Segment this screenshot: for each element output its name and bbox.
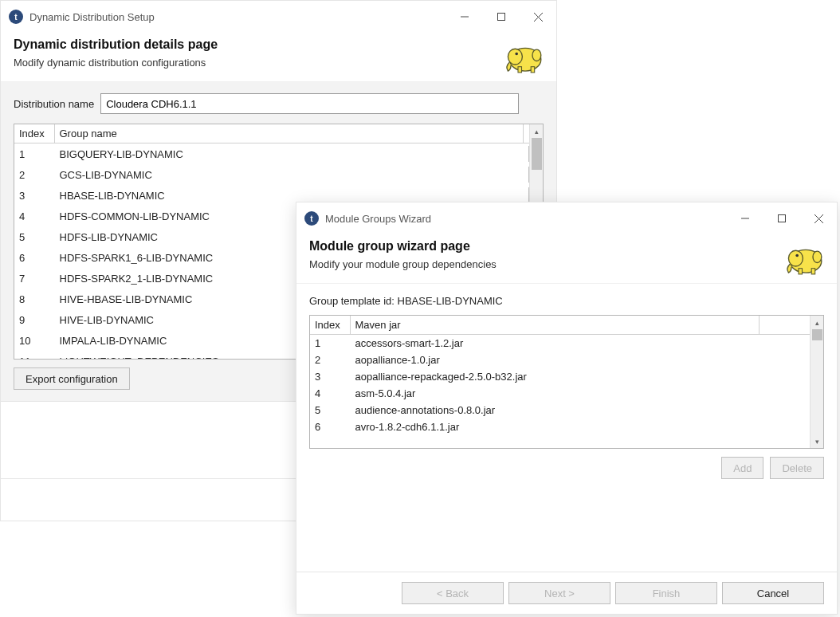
- add-button[interactable]: Add: [721, 457, 763, 479]
- table-row[interactable]: 3aopalliance-repackaged-2.5.0-b32.jar: [310, 368, 823, 385]
- jars-table: Index Maven jar 1accessors-smart-1.2.jar…: [309, 315, 824, 449]
- titlebar: t Module Groups Wizard: [296, 202, 837, 234]
- distribution-name-input[interactable]: [100, 93, 519, 114]
- titlebar: t Dynamic Distribution Setup: [1, 1, 556, 33]
- col-header-index[interactable]: Index: [14, 124, 54, 143]
- cell-group-name: BIGQUERY-LIB-DYNAMIC: [54, 143, 524, 165]
- window-title: Module Groups Wizard: [325, 213, 727, 225]
- cancel-button[interactable]: Cancel: [722, 582, 824, 604]
- svg-rect-11: [779, 215, 786, 222]
- col-header-group[interactable]: Group name: [54, 124, 524, 143]
- cell-jar-name: avro-1.8.2-cdh6.1.1.jar: [350, 419, 760, 435]
- close-button[interactable]: [800, 206, 837, 231]
- table-row[interactable]: 2aopalliance-1.0.jar: [310, 352, 823, 368]
- cell-index: 2: [14, 164, 54, 185]
- table-row[interactable]: 6avro-1.8.2-cdh6.1.1.jar: [310, 419, 823, 435]
- scroll-thumb[interactable]: [812, 329, 822, 340]
- cell-index: 5: [14, 226, 54, 247]
- cell-index: 4: [310, 385, 350, 402]
- distribution-name-label: Distribution name: [14, 98, 94, 110]
- minimize-button[interactable]: [727, 206, 763, 231]
- minimize-button[interactable]: [446, 4, 483, 29]
- cell-jar-name: asm-5.0.4.jar: [350, 385, 760, 402]
- maximize-button[interactable]: [483, 4, 520, 29]
- scroll-thumb[interactable]: [532, 138, 542, 170]
- window-title: Dynamic Distribution Setup: [29, 11, 446, 23]
- cell-index: 9: [14, 309, 54, 330]
- app-icon: t: [9, 10, 23, 24]
- col-header-index[interactable]: Index: [310, 316, 350, 335]
- table-row[interactable]: 5audience-annotations-0.8.0.jar: [310, 402, 823, 419]
- cell-index: 11: [14, 351, 54, 359]
- cell-index: 2: [310, 352, 350, 368]
- back-button[interactable]: < Back: [402, 582, 504, 604]
- cell-index: 5: [310, 402, 350, 419]
- app-icon: t: [304, 211, 319, 226]
- table-row[interactable]: 1BIGQUERY-LIB-DYNAMIC…: [14, 143, 543, 165]
- cell-index: 1: [14, 143, 54, 165]
- wizard-footer: < Back Next > Finish Cancel: [296, 572, 837, 614]
- cell-index: 3: [310, 368, 350, 385]
- page-subtitle: Modify dynamic distribution configuratio…: [14, 57, 544, 69]
- table-row[interactable]: 2GCS-LIB-DYNAMIC…: [14, 164, 543, 185]
- cell-jar-name: aopalliance-1.0.jar: [350, 352, 760, 368]
- delete-button[interactable]: Delete: [770, 457, 824, 479]
- next-button[interactable]: Next >: [508, 582, 610, 604]
- cell-index: 7: [14, 268, 54, 289]
- cell-group-name: GCS-LIB-DYNAMIC: [54, 164, 524, 185]
- col-header-jar[interactable]: Maven jar: [350, 316, 760, 335]
- cell-jar-name: audience-annotations-0.8.0.jar: [350, 402, 760, 419]
- svg-rect-7: [498, 14, 505, 21]
- page-header: Dynamic distribution details page Modify…: [1, 33, 556, 82]
- close-button[interactable]: [520, 4, 556, 29]
- page-title: Dynamic distribution details page: [14, 37, 544, 52]
- table-row[interactable]: 1accessors-smart-1.2.jar: [310, 335, 823, 352]
- table-row[interactable]: 4asm-5.0.4.jar: [310, 385, 823, 402]
- scroll-up-icon[interactable]: ▴: [530, 124, 544, 138]
- hadoop-elephant-icon: [784, 242, 827, 276]
- group-template-id-label: Group template id: HBASE-LIB-DYNAMIC: [309, 295, 824, 307]
- cell-jar-name: aopalliance-repackaged-2.5.0-b32.jar: [350, 368, 760, 385]
- module-groups-wizard-window: t Module Groups Wizard Module group wiza…: [296, 202, 838, 615]
- cell-index: 3: [14, 185, 54, 206]
- finish-button[interactable]: Finish: [615, 582, 717, 604]
- cell-index: 1: [310, 335, 350, 352]
- cell-index: 6: [14, 247, 54, 268]
- cell-index: 6: [310, 419, 350, 435]
- hadoop-elephant-icon: [504, 41, 547, 74]
- scroll-up-icon[interactable]: ▴: [811, 316, 824, 329]
- main-content: Group template id: HBASE-LIB-DYNAMIC Ind…: [296, 284, 837, 490]
- maximize-button[interactable]: [763, 206, 800, 231]
- cell-index: 10: [14, 330, 54, 351]
- export-config-button[interactable]: Export configuration: [14, 367, 130, 390]
- cell-index: 4: [14, 206, 54, 226]
- page-subtitle: Modify your module group dependencies: [309, 258, 824, 270]
- page-title: Module group wizard page: [309, 239, 824, 253]
- cell-jar-name: accessors-smart-1.2.jar: [350, 335, 760, 352]
- cell-index: 8: [14, 289, 54, 309]
- scrollbar[interactable]: ▴ ▾: [810, 316, 823, 448]
- page-header: Module group wizard page Modify your mod…: [296, 234, 837, 284]
- scroll-down-icon[interactable]: ▾: [811, 434, 824, 448]
